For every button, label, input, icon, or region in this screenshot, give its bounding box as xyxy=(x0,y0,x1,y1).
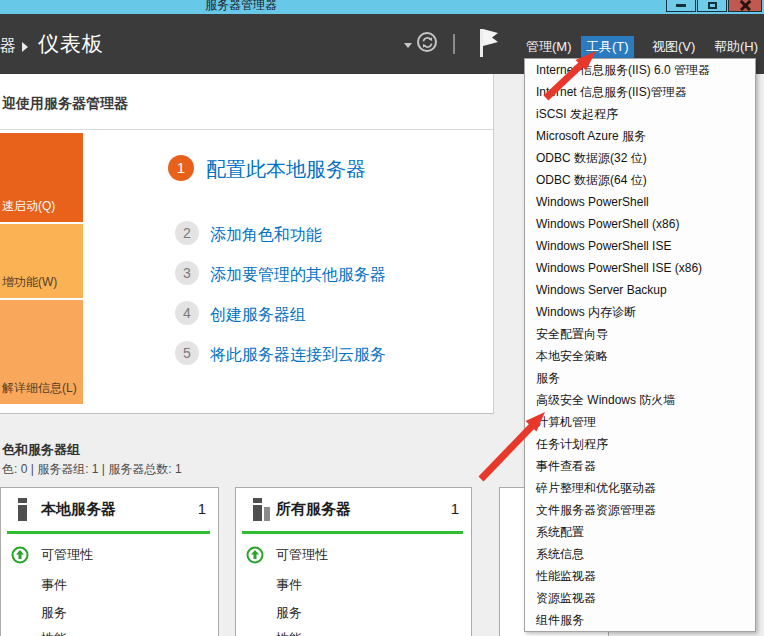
step-4-link[interactable]: 创建服务器组 xyxy=(210,305,306,326)
card-row-services[interactable]: 服务 xyxy=(236,599,471,627)
welcome-heading: 迎使用服务器管理器 xyxy=(2,95,128,113)
card-row-label: 服务 xyxy=(276,604,302,622)
tools-menu-item[interactable]: 文件服务器资源管理器 xyxy=(525,499,755,521)
server-manager-window: 服务器管理器 器 仪表板 管理(M) 工具(T) 视图(V) 帮助( xyxy=(0,0,764,636)
tools-menu-item[interactable]: Windows PowerShell xyxy=(525,191,755,213)
card-row-label: 服务 xyxy=(41,604,67,622)
card-row-label: 可管理性 xyxy=(276,546,328,564)
card-row-label: 性能 xyxy=(41,630,67,636)
green-up-arrow-icon xyxy=(246,546,264,564)
breadcrumb-arrow-icon xyxy=(22,42,28,52)
menu-tools[interactable]: 工具(T) xyxy=(581,36,634,58)
tools-menu-item[interactable]: 服务 xyxy=(525,367,755,389)
card-row-label: 可管理性 xyxy=(41,546,93,564)
refresh-button[interactable] xyxy=(417,32,437,52)
title-bar: 服务器管理器 xyxy=(0,0,764,14)
card-local-server-count: 1 xyxy=(198,500,206,517)
tools-menu-item[interactable]: Internet 信息服务(IIS)管理器 xyxy=(525,81,755,103)
tile-learn-more[interactable]: 解详细信息(L) xyxy=(0,300,83,404)
tools-menu-item[interactable]: 高级安全 Windows 防火墙 xyxy=(525,389,755,411)
card-all-servers-count: 1 xyxy=(451,500,459,517)
tools-menu-item[interactable]: 碎片整理和优化驱动器 xyxy=(525,477,755,499)
step-3-link[interactable]: 添加要管理的其他服务器 xyxy=(210,265,386,286)
card-status-line xyxy=(7,531,210,534)
tools-menu-item[interactable]: 系统配置 xyxy=(525,521,755,543)
tools-menu-item[interactable]: 资源监视器 xyxy=(525,587,755,609)
card-status-line xyxy=(242,531,463,534)
divider xyxy=(0,129,493,130)
notification-flag-button[interactable] xyxy=(478,28,500,62)
card-row-label: 性能 xyxy=(276,630,302,636)
card-row-manageability[interactable]: 可管理性 xyxy=(1,541,218,569)
welcome-panel: 迎使用服务器管理器 速启动(Q) 增功能(W) 解详细信息(L) 1 配置此本地… xyxy=(0,74,494,414)
step-3-badge: 3 xyxy=(175,261,199,285)
maximize-icon xyxy=(708,2,717,9)
tile-quick-start-label: 速启动(Q) xyxy=(0,198,55,222)
step-5-badge: 5 xyxy=(175,341,199,365)
green-up-arrow-icon xyxy=(11,546,29,564)
tile-quick-start[interactable]: 速启动(Q) xyxy=(0,133,83,222)
tile-learn-more-label: 解详细信息(L) xyxy=(0,380,77,404)
local-server-icon xyxy=(18,498,34,521)
toolbar-separator xyxy=(453,34,455,54)
card-all-servers-title[interactable]: 所有服务器 xyxy=(276,500,351,519)
card-row-label: 事件 xyxy=(41,576,67,594)
close-icon xyxy=(740,0,751,10)
tools-menu-item-computer-management[interactable]: 计算机管理 xyxy=(525,411,755,433)
roles-groups-heading: 色和服务器组 xyxy=(2,441,80,459)
close-button[interactable] xyxy=(728,0,762,12)
tools-menu-item[interactable]: 任务计划程序 xyxy=(525,433,755,455)
card-row-label: 事件 xyxy=(276,576,302,594)
tools-menu-item[interactable]: 本地安全策略 xyxy=(525,345,755,367)
tools-menu-item[interactable]: 系统信息 xyxy=(525,543,755,565)
card-row-performance[interactable]: 性能 xyxy=(1,625,218,636)
card-all-servers: 所有服务器 1 可管理性 事件 服务 性能 xyxy=(235,487,472,636)
tools-menu-item[interactable]: Internet 信息服务(IIS) 6.0 管理器 xyxy=(525,59,755,81)
card-row-events[interactable]: 事件 xyxy=(1,571,218,599)
window-title: 服务器管理器 xyxy=(205,0,277,14)
refresh-icon xyxy=(421,36,434,49)
tools-menu-item[interactable]: Windows Server Backup xyxy=(525,279,755,301)
maximize-button[interactable] xyxy=(697,0,727,12)
card-row-services[interactable]: 服务 xyxy=(1,599,218,627)
menu-manage[interactable]: 管理(M) xyxy=(521,36,577,58)
minimize-icon xyxy=(676,4,686,7)
tools-menu-item[interactable]: Windows PowerShell (x86) xyxy=(525,213,755,235)
chevron-down-icon[interactable] xyxy=(404,43,412,48)
tools-menu-item[interactable]: Windows 内存诊断 xyxy=(525,301,755,323)
card-local-server-title[interactable]: 本地服务器 xyxy=(41,500,116,519)
card-local-server: 本地服务器 1 可管理性 事件 服务 性能 xyxy=(0,487,219,636)
tile-whats-new-label: 增功能(W) xyxy=(0,274,57,298)
menu-view[interactable]: 视图(V) xyxy=(647,36,700,58)
step-5-link[interactable]: 将此服务器连接到云服务 xyxy=(210,345,386,366)
tools-menu-item[interactable]: 安全配置向导 xyxy=(525,323,755,345)
breadcrumb-current: 仪表板 xyxy=(38,30,104,58)
minimize-button[interactable] xyxy=(666,0,696,12)
tools-menu-item[interactable]: Windows PowerShell ISE (x86) xyxy=(525,257,755,279)
tile-whats-new[interactable]: 增功能(W) xyxy=(0,224,83,298)
tools-dropdown-menu: Internet 信息服务(IIS) 6.0 管理器 Internet 信息服务… xyxy=(524,58,756,632)
menu-help[interactable]: 帮助(H) xyxy=(709,36,763,58)
tools-menu-item[interactable]: 事件查看器 xyxy=(525,455,755,477)
roles-groups-stats: 色: 0 | 服务器组: 1 | 服务器总数: 1 xyxy=(2,461,182,478)
tools-menu-item[interactable]: 组件服务 xyxy=(525,609,755,631)
tools-menu-item[interactable]: iSCSI 发起程序 xyxy=(525,103,755,125)
tools-menu-item[interactable]: Microsoft Azure 服务 xyxy=(525,125,755,147)
tools-menu-item[interactable]: ODBC 数据源(32 位) xyxy=(525,147,755,169)
card-row-events[interactable]: 事件 xyxy=(236,571,471,599)
card-row-performance[interactable]: 性能 xyxy=(236,625,471,636)
step-2-badge: 2 xyxy=(175,221,199,245)
step-1-badge: 1 xyxy=(168,155,194,181)
tools-menu-item[interactable]: Windows PowerShell ISE xyxy=(525,235,755,257)
notification-flag-icon xyxy=(478,28,500,58)
tools-menu-item[interactable]: ODBC 数据源(64 位) xyxy=(525,169,755,191)
breadcrumb[interactable]: 器 xyxy=(0,36,16,57)
step-2-link[interactable]: 添加角色和功能 xyxy=(210,225,322,246)
all-servers-icon xyxy=(253,498,269,521)
step-4-badge: 4 xyxy=(175,301,199,325)
card-row-manageability[interactable]: 可管理性 xyxy=(236,541,471,569)
tools-menu-item[interactable]: 性能监视器 xyxy=(525,565,755,587)
step-1-link[interactable]: 配置此本地服务器 xyxy=(206,156,366,183)
